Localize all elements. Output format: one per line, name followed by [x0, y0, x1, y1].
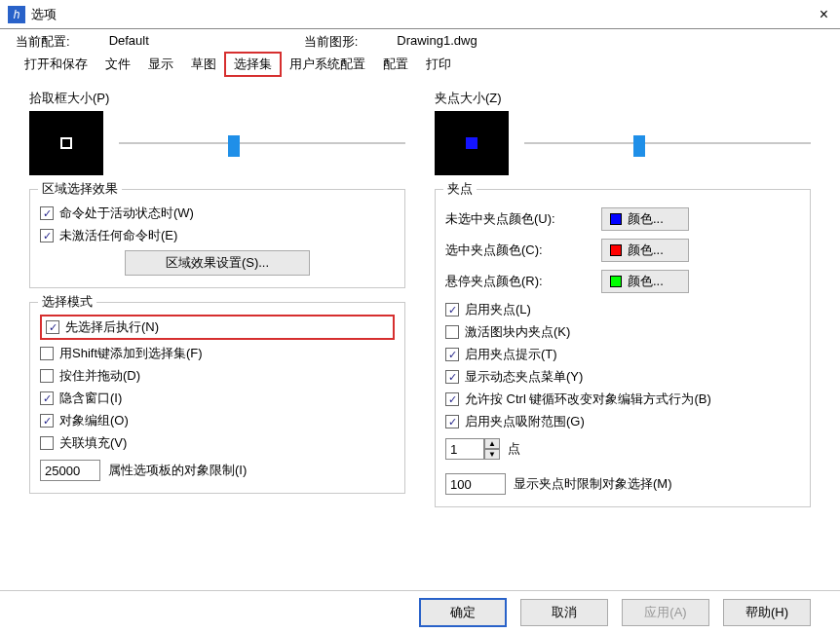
chk-dyn-menu-label: 显示动态夹点菜单(Y) — [465, 368, 583, 386]
pickbox-title: 拾取框大小(P) — [29, 90, 405, 107]
chk-dyn-menu[interactable]: ✓ — [445, 370, 459, 384]
chk-ctrl-cycle-label: 允许按 Ctrl 键循环改变对象编辑方式行为(B) — [465, 391, 711, 408]
close-icon[interactable]: × — [816, 6, 832, 23]
chk-press-drag[interactable] — [40, 369, 54, 383]
config-value: Default — [109, 33, 246, 51]
hover-color-button[interactable]: 颜色... — [601, 270, 689, 293]
grip-limit-input[interactable] — [445, 473, 506, 495]
gripsize-preview — [435, 111, 509, 175]
prop-limit-label: 属性选项板的对象限制(I) — [108, 462, 247, 479]
prop-limit-input[interactable] — [40, 460, 100, 481]
tab-display[interactable]: 显示 — [139, 53, 182, 76]
unsel-color-button[interactable]: 颜色... — [601, 207, 689, 231]
hover-color-label: 悬停夹点颜色(R): — [445, 273, 601, 290]
grips-title: 夹点 — [443, 180, 477, 198]
chk-grip-tip[interactable]: ✓ — [445, 348, 459, 361]
chk-assoc-hatch[interactable] — [40, 436, 54, 450]
dot-label: 点 — [508, 440, 520, 458]
config-label: 当前配置: — [16, 33, 70, 51]
chk-block-grip[interactable] — [445, 325, 459, 339]
swatch-blue — [610, 213, 622, 225]
apply-button[interactable]: 应用(A) — [622, 599, 709, 626]
chk-press-drag-label: 按住并拖动(D) — [59, 367, 140, 385]
chk-shift-add[interactable] — [40, 347, 54, 360]
chk-active-cmd[interactable]: ✓ — [40, 206, 54, 220]
chk-inactive-cmd-label: 未激活任何命令时(E) — [59, 227, 177, 244]
swatch-green — [610, 276, 622, 287]
spin-down-icon[interactable]: ▼ — [484, 449, 500, 460]
sel-color-label: 选中夹点颜色(C): — [445, 242, 601, 259]
gripsize-title: 夹点大小(Z) — [435, 90, 811, 107]
tab-open-save[interactable]: 打开和保存 — [16, 53, 96, 76]
chk-shift-add-label: 用Shift键添加到选择集(F) — [59, 345, 203, 362]
drawing-label: 当前图形: — [304, 33, 359, 51]
chk-ctrl-cycle[interactable]: ✓ — [445, 392, 459, 406]
tab-config[interactable]: 配置 — [374, 53, 417, 76]
chk-snap-range-label: 启用夹点吸附范围(G) — [465, 413, 585, 430]
chk-grip-tip-label: 启用夹点提示(T) — [465, 346, 557, 363]
selmode-title: 选择模式 — [38, 293, 96, 311]
region-settings-button[interactable]: 区域效果设置(S)... — [125, 250, 310, 276]
ok-button[interactable]: 确定 — [419, 598, 507, 627]
chk-inactive-cmd[interactable]: ✓ — [40, 229, 54, 242]
pickbox-preview — [29, 111, 103, 175]
tab-selection[interactable]: 选择集 — [225, 53, 281, 76]
pickbox-slider[interactable] — [119, 133, 405, 153]
window-title: 选项 — [31, 6, 816, 23]
spin-up-icon[interactable]: ▲ — [484, 438, 500, 449]
gripsize-slider[interactable] — [524, 133, 811, 153]
chk-block-grip-label: 激活图块内夹点(K) — [465, 323, 570, 341]
chk-active-cmd-label: 命令处于活动状态时(W) — [59, 205, 194, 222]
sel-color-button[interactable]: 颜色... — [601, 239, 689, 262]
swatch-red — [610, 244, 622, 256]
chk-pre-exec[interactable]: ✓ — [46, 320, 59, 334]
tab-draft[interactable]: 草图 — [182, 53, 225, 76]
tab-user-sys[interactable]: 用户系统配置 — [281, 53, 374, 76]
cancel-button[interactable]: 取消 — [520, 599, 608, 626]
region-title: 区域选择效果 — [38, 180, 122, 198]
grip-limit-label: 显示夹点时限制对象选择(M) — [514, 475, 672, 493]
chk-enable-grip-label: 启用夹点(L) — [465, 301, 531, 318]
tab-file[interactable]: 文件 — [96, 53, 139, 76]
unsel-color-label: 未选中夹点颜色(U): — [445, 210, 601, 228]
drawing-value: Drawing1.dwg — [397, 33, 477, 51]
chk-snap-range[interactable]: ✓ — [445, 415, 459, 428]
chk-obj-group[interactable]: ✓ — [40, 414, 54, 428]
dot-spinner[interactable]: ▲▼ — [445, 438, 500, 460]
tab-print[interactable]: 打印 — [417, 53, 460, 76]
help-button[interactable]: 帮助(H) — [723, 599, 811, 626]
app-icon: h — [8, 6, 25, 23]
chk-implied-win[interactable]: ✓ — [40, 391, 54, 405]
chk-enable-grip[interactable]: ✓ — [445, 303, 459, 316]
chk-assoc-hatch-label: 关联填充(V) — [59, 434, 127, 452]
chk-pre-exec-label: 先选择后执行(N) — [65, 318, 159, 336]
chk-implied-win-label: 隐含窗口(I) — [59, 390, 122, 407]
chk-obj-group-label: 对象编组(O) — [59, 412, 129, 429]
